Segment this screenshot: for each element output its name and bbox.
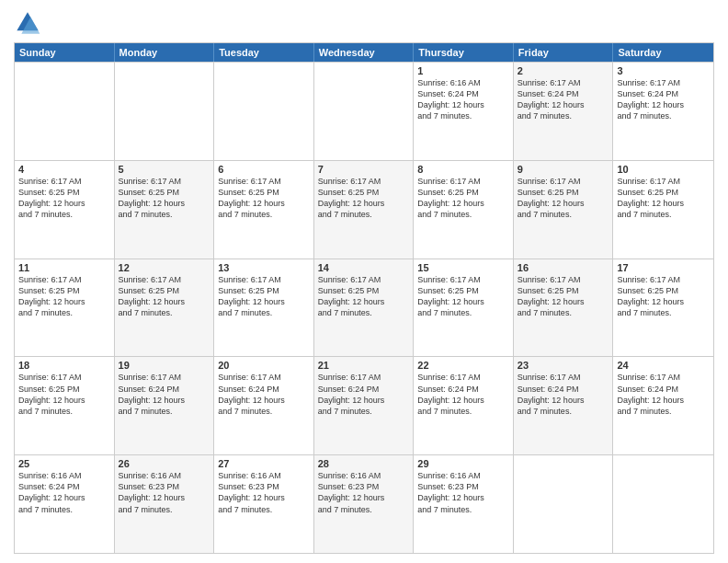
day-number: 10 (617, 164, 710, 175)
day-info: Sunrise: 6:17 AM Sunset: 6:24 PM Dayligh… (617, 372, 710, 417)
calendar-day-cell: 1Sunrise: 6:16 AM Sunset: 6:24 PM Daylig… (414, 63, 514, 160)
day-number: 12 (119, 262, 210, 273)
day-info: Sunrise: 6:17 AM Sunset: 6:25 PM Dayligh… (18, 372, 110, 417)
day-info: Sunrise: 6:17 AM Sunset: 6:25 PM Dayligh… (617, 274, 710, 319)
calendar-week-row: 4Sunrise: 6:17 AM Sunset: 6:25 PM Daylig… (15, 160, 713, 259)
day-info: Sunrise: 6:17 AM Sunset: 6:25 PM Dayligh… (318, 274, 410, 319)
calendar-day-cell: 11Sunrise: 6:17 AM Sunset: 6:25 PM Dayli… (15, 259, 115, 357)
calendar-day-cell: 14Sunrise: 6:17 AM Sunset: 6:25 PM Dayli… (314, 259, 415, 357)
day-number: 15 (417, 262, 509, 273)
calendar-day-cell (314, 63, 415, 160)
calendar-day-cell: 2Sunrise: 6:17 AM Sunset: 6:24 PM Daylig… (514, 63, 614, 160)
day-info: Sunrise: 6:16 AM Sunset: 6:24 PM Dayligh… (417, 77, 509, 122)
day-number: 19 (119, 360, 210, 371)
calendar-day-cell: 20Sunrise: 6:17 AM Sunset: 6:24 PM Dayli… (214, 357, 314, 454)
calendar-day-cell: 23Sunrise: 6:17 AM Sunset: 6:24 PM Dayli… (514, 357, 614, 454)
calendar: SundayMondayTuesdayWednesdayThursdayFrid… (14, 42, 714, 554)
calendar-week-row: 1Sunrise: 6:16 AM Sunset: 6:24 PM Daylig… (15, 62, 713, 160)
calendar-header-cell: Sunday (15, 43, 115, 62)
day-info: Sunrise: 6:16 AM Sunset: 6:23 PM Dayligh… (218, 470, 310, 515)
day-info: Sunrise: 6:17 AM Sunset: 6:24 PM Dayligh… (218, 372, 310, 417)
calendar-body: 1Sunrise: 6:16 AM Sunset: 6:24 PM Daylig… (15, 62, 713, 553)
calendar-day-cell: 22Sunrise: 6:17 AM Sunset: 6:24 PM Dayli… (414, 357, 514, 454)
day-info: Sunrise: 6:16 AM Sunset: 6:23 PM Dayligh… (318, 470, 410, 515)
day-info: Sunrise: 6:17 AM Sunset: 6:24 PM Dayligh… (119, 372, 210, 417)
day-number: 17 (617, 262, 710, 273)
day-number: 9 (518, 164, 609, 175)
calendar-header-cell: Friday (514, 43, 614, 62)
calendar-day-cell: 7Sunrise: 6:17 AM Sunset: 6:25 PM Daylig… (314, 161, 415, 259)
day-info: Sunrise: 6:17 AM Sunset: 6:25 PM Dayligh… (18, 274, 110, 319)
calendar-day-cell: 9Sunrise: 6:17 AM Sunset: 6:25 PM Daylig… (514, 161, 614, 259)
calendar-day-cell (214, 63, 314, 160)
day-number: 6 (218, 164, 310, 175)
calendar-day-cell: 13Sunrise: 6:17 AM Sunset: 6:25 PM Dayli… (214, 259, 314, 357)
day-number: 5 (119, 164, 210, 175)
header (14, 9, 714, 37)
day-number: 2 (518, 65, 609, 76)
calendar-header-row: SundayMondayTuesdayWednesdayThursdayFrid… (15, 43, 713, 62)
calendar-header-cell: Saturday (613, 43, 713, 62)
day-number: 4 (18, 164, 110, 175)
day-info: Sunrise: 6:17 AM Sunset: 6:25 PM Dayligh… (518, 176, 609, 221)
calendar-header-cell: Tuesday (214, 43, 314, 62)
day-info: Sunrise: 6:17 AM Sunset: 6:24 PM Dayligh… (318, 372, 410, 417)
day-number: 13 (218, 262, 310, 273)
calendar-day-cell: 6Sunrise: 6:17 AM Sunset: 6:25 PM Daylig… (214, 161, 314, 259)
calendar-day-cell: 16Sunrise: 6:17 AM Sunset: 6:25 PM Dayli… (514, 259, 614, 357)
day-number: 29 (417, 458, 509, 469)
page: SundayMondayTuesdayWednesdayThursdayFrid… (0, 0, 728, 563)
day-number: 24 (617, 360, 710, 371)
day-info: Sunrise: 6:17 AM Sunset: 6:25 PM Dayligh… (417, 274, 509, 319)
day-number: 27 (218, 458, 310, 469)
day-number: 11 (18, 262, 110, 273)
calendar-day-cell: 4Sunrise: 6:17 AM Sunset: 6:25 PM Daylig… (15, 161, 115, 259)
day-info: Sunrise: 6:17 AM Sunset: 6:25 PM Dayligh… (18, 176, 110, 221)
day-info: Sunrise: 6:17 AM Sunset: 6:24 PM Dayligh… (617, 77, 710, 122)
calendar-header-cell: Monday (115, 43, 215, 62)
calendar-day-cell: 25Sunrise: 6:16 AM Sunset: 6:24 PM Dayli… (15, 455, 115, 553)
day-info: Sunrise: 6:17 AM Sunset: 6:25 PM Dayligh… (218, 274, 310, 319)
day-info: Sunrise: 6:17 AM Sunset: 6:25 PM Dayligh… (119, 274, 210, 319)
day-number: 1 (417, 65, 509, 76)
day-info: Sunrise: 6:17 AM Sunset: 6:25 PM Dayligh… (617, 176, 710, 221)
calendar-day-cell: 28Sunrise: 6:16 AM Sunset: 6:23 PM Dayli… (314, 455, 415, 553)
logo (14, 9, 45, 37)
day-number: 16 (518, 262, 609, 273)
calendar-week-row: 18Sunrise: 6:17 AM Sunset: 6:25 PM Dayli… (15, 356, 713, 454)
calendar-day-cell: 15Sunrise: 6:17 AM Sunset: 6:25 PM Dayli… (414, 259, 514, 357)
day-info: Sunrise: 6:17 AM Sunset: 6:25 PM Dayligh… (417, 176, 509, 221)
calendar-header-cell: Thursday (414, 43, 514, 62)
day-number: 21 (318, 360, 410, 371)
calendar-day-cell: 5Sunrise: 6:17 AM Sunset: 6:25 PM Daylig… (115, 161, 215, 259)
calendar-week-row: 11Sunrise: 6:17 AM Sunset: 6:25 PM Dayli… (15, 259, 713, 357)
day-number: 25 (18, 458, 110, 469)
calendar-day-cell: 18Sunrise: 6:17 AM Sunset: 6:25 PM Dayli… (15, 357, 115, 454)
calendar-day-cell: 24Sunrise: 6:17 AM Sunset: 6:24 PM Dayli… (613, 357, 713, 454)
calendar-day-cell: 8Sunrise: 6:17 AM Sunset: 6:25 PM Daylig… (414, 161, 514, 259)
day-number: 7 (318, 164, 410, 175)
day-number: 22 (417, 360, 509, 371)
calendar-day-cell: 10Sunrise: 6:17 AM Sunset: 6:25 PM Dayli… (613, 161, 713, 259)
logo-icon (14, 9, 41, 37)
calendar-day-cell (15, 63, 115, 160)
day-info: Sunrise: 6:17 AM Sunset: 6:24 PM Dayligh… (417, 372, 509, 417)
day-number: 14 (318, 262, 410, 273)
day-info: Sunrise: 6:17 AM Sunset: 6:25 PM Dayligh… (518, 274, 609, 319)
day-number: 3 (617, 65, 710, 76)
day-number: 8 (417, 164, 509, 175)
calendar-day-cell: 26Sunrise: 6:16 AM Sunset: 6:23 PM Dayli… (115, 455, 215, 553)
day-number: 26 (119, 458, 210, 469)
day-info: Sunrise: 6:16 AM Sunset: 6:24 PM Dayligh… (18, 470, 110, 515)
day-number: 20 (218, 360, 310, 371)
day-number: 28 (318, 458, 410, 469)
day-info: Sunrise: 6:16 AM Sunset: 6:23 PM Dayligh… (417, 470, 509, 515)
day-info: Sunrise: 6:17 AM Sunset: 6:24 PM Dayligh… (518, 372, 609, 417)
day-number: 23 (518, 360, 609, 371)
day-info: Sunrise: 6:17 AM Sunset: 6:25 PM Dayligh… (119, 176, 210, 221)
calendar-day-cell: 27Sunrise: 6:16 AM Sunset: 6:23 PM Dayli… (214, 455, 314, 553)
calendar-day-cell (115, 63, 215, 160)
calendar-day-cell: 17Sunrise: 6:17 AM Sunset: 6:25 PM Dayli… (613, 259, 713, 357)
day-info: Sunrise: 6:17 AM Sunset: 6:24 PM Dayligh… (518, 77, 609, 122)
day-info: Sunrise: 6:16 AM Sunset: 6:23 PM Dayligh… (119, 470, 210, 515)
